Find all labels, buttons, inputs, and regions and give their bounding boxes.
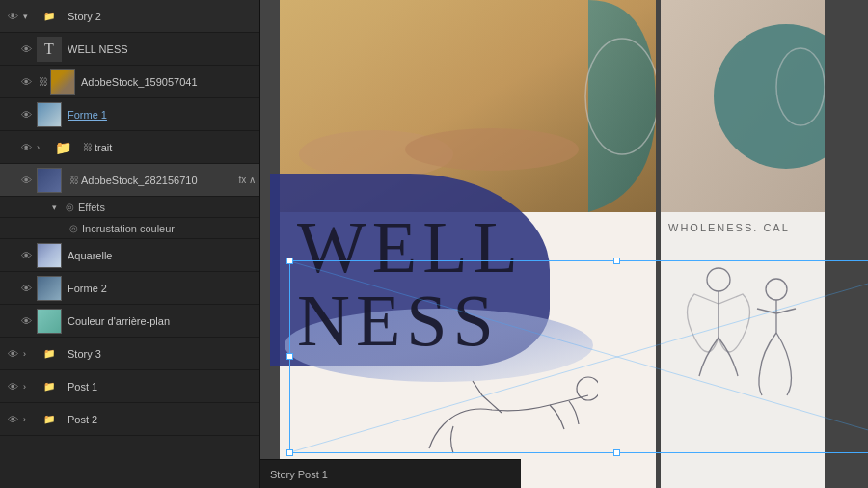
couleur-name: Couleur d'arrière-plan [68, 315, 256, 327]
forme2-row[interactable]: 👁 Forme 2 [0, 272, 259, 305]
incrustation-row[interactable]: ◎ Incrustation couleur [0, 218, 259, 239]
aquarelle-name: Aquarelle [68, 250, 256, 261]
group-thumb: 📁 [37, 4, 62, 29]
post2-row[interactable]: 👁 › 📁 Post 2 [0, 403, 259, 436]
effects-circle-icon2: ◎ [69, 223, 78, 233]
post1-row[interactable]: 👁 › 📁 Post 1 [0, 370, 259, 403]
expand-arrow[interactable]: ▾ [23, 12, 35, 21]
visibility-icon[interactable]: 👁 [17, 43, 35, 55]
incrustation-label: Incrustation couleur [82, 223, 175, 234]
folder-thumb: 📁 [50, 135, 75, 160]
forme1-name: Forme 1 [68, 109, 256, 121]
folder-thumb-p1: 📁 [37, 374, 62, 399]
adobestock1-name: AdobeStock_159057041 [81, 76, 256, 88]
visibility-icon[interactable]: 👁 [17, 283, 35, 294]
couleur-row[interactable]: 👁 Couleur d'arrière-plan [0, 305, 259, 338]
text-thumb: T [37, 37, 62, 62]
visibility-icon[interactable]: 👁 [17, 142, 35, 153]
post1-label: Post 1 [68, 381, 256, 393]
story-post-text: Story Post 1 [270, 469, 328, 480]
forme2-thumb [37, 276, 62, 301]
expand-arrow-trait[interactable]: › [37, 143, 48, 152]
chain-icon-2: ⛓ [69, 175, 79, 185]
expand-arrow-p2[interactable]: › [23, 415, 35, 424]
image-thumb2 [37, 168, 62, 193]
aquarelle-thumb [37, 243, 62, 268]
right-artboard: WHOLENESS. CAL [661, 0, 825, 488]
couleur-thumb [37, 309, 62, 334]
effects-circle-icon: ◎ [66, 202, 74, 212]
story2-label: Story 2 [68, 11, 256, 22]
trait-name: trait [95, 142, 256, 153]
canvas-area[interactable]: WELL NESS [260, 0, 868, 488]
visibility-icon[interactable]: 👁 [17, 315, 35, 327]
aquarelle-row[interactable]: 👁 Aquarelle [0, 239, 259, 272]
visibility-icon[interactable]: 👁 [17, 76, 35, 88]
layers-panel[interactable]: 👁 ▾ 📁 Story 2 👁 T WELL NESS 👁 ⛓ AdobeSto… [0, 0, 260, 488]
svg-point-12 [766, 279, 787, 300]
post2-label: Post 2 [68, 414, 256, 425]
adobestock2-row[interactable]: 👁 ⛓ AdobeStock_282156710 fx ∧ [0, 164, 259, 197]
story-post-label: Story Post 1 [260, 459, 521, 488]
chain-icon-trait: ⛓ [83, 142, 93, 152]
wellNess-row[interactable]: 👁 T WELL NESS [0, 33, 259, 66]
fx-badge: fx ∧ [238, 175, 256, 185]
svg-point-11 [707, 268, 730, 291]
selection-handle-bl[interactable] [286, 449, 293, 456]
wellNess-name: WELL NESS [68, 43, 256, 55]
chain-icon: ⛓ [39, 76, 48, 87]
story3-row[interactable]: 👁 › 📁 Story 3 [0, 338, 259, 370]
trait-row[interactable]: 👁 › 📁 ⛓ trait [0, 131, 259, 164]
image-thumb1 [50, 69, 75, 95]
wellness-artboard: WELL NESS [280, 0, 656, 488]
forme2-name: Forme 2 [68, 283, 256, 294]
effets-label: Effets [78, 202, 105, 213]
effets-row[interactable]: ▾ ◎ Effets [0, 197, 259, 218]
visibility-icon[interactable]: 👁 [4, 11, 21, 22]
wholeness-text: WHOLENESS. CAL [668, 222, 790, 233]
svg-point-2 [405, 128, 579, 171]
shape-thumb1 [37, 102, 62, 127]
visibility-icon[interactable]: 👁 [4, 348, 21, 360]
adobestock2-name: AdobeStock_282156710 [81, 175, 234, 186]
story2-group-row[interactable]: 👁 ▾ 📁 Story 2 [0, 0, 259, 33]
visibility-icon[interactable]: 👁 [17, 109, 35, 121]
story3-label: Story 3 [68, 348, 256, 360]
selection-handle-tm[interactable] [613, 258, 620, 264]
expand-arrow-effets[interactable]: ▾ [52, 203, 64, 212]
visibility-icon[interactable]: 👁 [4, 414, 21, 425]
folder-thumb-s3: 📁 [37, 341, 62, 366]
visibility-icon[interactable]: 👁 [4, 381, 21, 393]
visibility-icon[interactable]: 👁 [17, 175, 35, 186]
expand-arrow-p1[interactable]: › [23, 382, 35, 392]
forme1-row[interactable]: 👁 Forme 1 [0, 98, 259, 131]
svg-point-5 [577, 377, 598, 400]
selection-handle-bm[interactable] [613, 449, 620, 456]
adobestock1-row[interactable]: 👁 ⛓ AdobeStock_159057041 [0, 66, 259, 98]
visibility-icon[interactable]: 👁 [17, 250, 35, 261]
folder-thumb-p2: 📁 [37, 407, 62, 432]
expand-arrow-s3[interactable]: › [23, 349, 35, 359]
